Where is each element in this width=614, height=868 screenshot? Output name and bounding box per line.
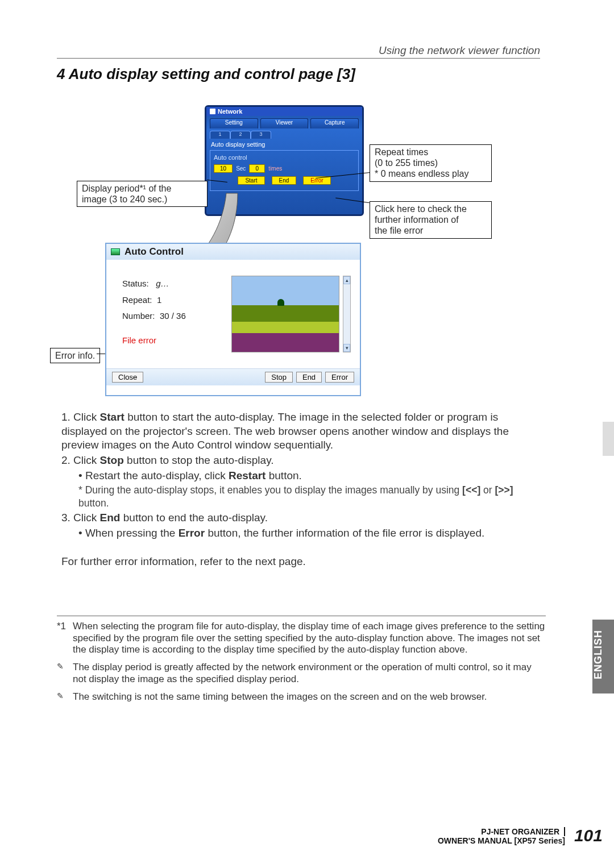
i2-post: button to stop the auto-display. xyxy=(124,454,274,466)
repeat-label: Repeat: xyxy=(122,295,152,305)
footer: PJ-NET ORGANIZER OWNER'S MANUAL [XP57 Se… xyxy=(438,827,565,845)
scroll-up-icon[interactable]: ▴ xyxy=(343,276,350,284)
scroll-down-icon[interactable]: ▾ xyxy=(343,344,350,352)
section-heading: Auto display setting and control page [3… xyxy=(69,65,355,82)
close-button[interactable]: Close xyxy=(112,372,143,383)
fn2: The display period is greatly affected b… xyxy=(73,662,546,685)
network-title: Network xyxy=(218,108,242,115)
file-error-label: File error xyxy=(122,333,186,349)
footer-manual: OWNER'S MANUAL [XP57 Series] xyxy=(438,836,565,845)
language-tab: ENGLISH xyxy=(592,620,614,693)
i2n-b2: [>>] xyxy=(495,484,513,496)
i1-post: button to start the auto-display. The im… xyxy=(61,411,509,451)
footer-product: PJ-NET ORGANIZER xyxy=(481,827,565,836)
section-number: 4 xyxy=(57,65,65,82)
error-button-2[interactable]: Error xyxy=(325,372,354,383)
page-number: 101 xyxy=(574,826,603,845)
tab-viewer[interactable]: Viewer xyxy=(260,118,309,128)
tab-2[interactable]: 2 xyxy=(230,131,251,139)
sec-unit: Sec xyxy=(236,165,246,172)
auto-control-title-text: Auto Control xyxy=(125,246,184,258)
times-unit: times xyxy=(268,165,282,172)
i2-pre: 2. Click xyxy=(61,454,100,466)
i2s-bold: Restart xyxy=(229,470,265,481)
i2s-post: button. xyxy=(265,470,301,481)
hand-icon-1: ✎ xyxy=(57,662,69,685)
fn1: When selecting the program file for auto… xyxy=(73,621,546,656)
header-rule xyxy=(57,58,540,59)
i2n-pre: * During the auto-display stops, it enab… xyxy=(78,484,462,496)
auto-control-title: Auto Control xyxy=(106,244,360,260)
preview-image xyxy=(231,276,339,352)
footnotes: *1When selecting the program file for au… xyxy=(57,616,546,708)
network-icon xyxy=(210,109,215,114)
panel-title: Auto display setting xyxy=(211,141,358,148)
further-info-para: For further error information, refer to … xyxy=(61,555,545,569)
preview-scrollbar[interactable]: ▴ ▾ xyxy=(343,276,351,352)
auto-control-icon xyxy=(111,248,120,255)
status-label: Status: xyxy=(122,279,149,288)
i3s-bold: Error xyxy=(179,527,205,539)
auto-control-window: Auto Control Status: g… Repeat: 1 Number… xyxy=(105,243,361,396)
auto-control-label: Auto control xyxy=(214,154,355,161)
callout-repeat-times: Repeat times (0 to 255 times) * 0 means … xyxy=(370,144,492,182)
network-titlebar: Network xyxy=(206,107,362,116)
i2n-mid: or xyxy=(480,484,495,496)
i3s-pre: • When pressing the xyxy=(78,527,179,539)
end-button[interactable]: End xyxy=(272,176,297,185)
i2n-post: button. xyxy=(78,497,109,509)
tab-3[interactable]: 3 xyxy=(251,131,271,139)
sec-value[interactable]: 10 xyxy=(214,164,233,173)
hand-icon-2: ✎ xyxy=(57,691,69,703)
stop-button[interactable]: Stop xyxy=(265,372,293,383)
number-value: 30 / 36 xyxy=(160,311,186,321)
main-tabs: Setting Viewer Capture xyxy=(206,116,362,128)
repeat-value: 1 xyxy=(157,295,161,305)
i3-post: button to end the auto-display. xyxy=(120,512,268,524)
i2n-b1: [<<] xyxy=(462,484,480,496)
times-value[interactable]: 0 xyxy=(249,164,265,173)
i1-pre: 1. Click xyxy=(61,411,100,423)
fn1-mark: *1 xyxy=(57,621,69,656)
status-block: Status: g… Repeat: 1 Number: 30 / 36 Fil… xyxy=(122,276,186,352)
i3-bold: End xyxy=(100,512,121,524)
callout-error-info: Error info. xyxy=(50,348,100,363)
callout-click-here: Click here to check the further informat… xyxy=(370,201,492,239)
status-value: g… xyxy=(156,279,169,288)
i2-bold: Stop xyxy=(100,454,124,466)
i2s-pre: • Restart the auto-display, click xyxy=(78,470,229,481)
auto-control-panel: Auto control 10 Sec 0 times Start End Er… xyxy=(210,150,359,191)
section-title: 4 Auto display setting and control page … xyxy=(57,65,355,83)
tab-1[interactable]: 1 xyxy=(210,131,230,139)
header-breadcrumb: Using the network viewer function xyxy=(379,44,540,57)
i3s-post: button, the further information of the f… xyxy=(205,527,484,539)
sub-tabs: 1 2 3 xyxy=(206,128,362,139)
tab-capture[interactable]: Capture xyxy=(310,118,359,128)
i3-pre: 3. Click xyxy=(61,512,100,524)
number-label: Number: xyxy=(122,311,155,321)
end-button-2[interactable]: End xyxy=(296,372,322,383)
tab-setting[interactable]: Setting xyxy=(210,118,258,128)
side-tab-gray xyxy=(603,422,614,456)
fn3: The switching is not the same timing bet… xyxy=(73,691,487,703)
start-button[interactable]: Start xyxy=(238,176,264,185)
i1-bold: Start xyxy=(100,411,125,423)
instructions: 1. Click Start button to start the auto-… xyxy=(61,410,545,569)
